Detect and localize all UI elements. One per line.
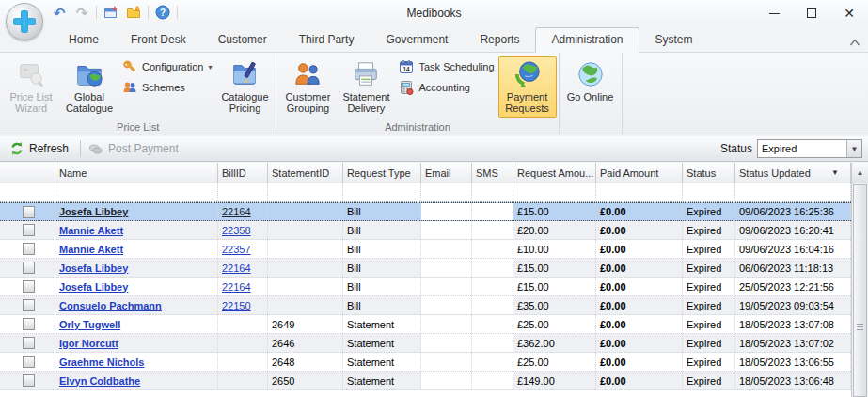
column-header-statement-id[interactable]: StatementID <box>268 163 343 183</box>
payment-requests-button[interactable]: Payment Requests <box>498 56 557 118</box>
bill-id-link[interactable]: 22150 <box>222 300 251 311</box>
customer-name-link[interactable]: Josefa Libbey <box>59 206 128 217</box>
column-header-status-updated[interactable]: Status Updated▼ <box>735 163 851 183</box>
filter-cell-bill-id[interactable] <box>218 183 268 201</box>
table-row[interactable]: Orly Tugwell2649Statement£25.00£0.00Expi… <box>0 315 868 334</box>
tab-reports[interactable]: Reports <box>464 27 535 53</box>
row-checkbox[interactable] <box>23 206 35 218</box>
filter-cell-sms[interactable] <box>472 183 513 201</box>
column-header-sms[interactable]: SMS <box>472 163 513 183</box>
bill-id-link[interactable]: 22164 <box>222 281 251 293</box>
row-checkbox[interactable] <box>23 318 35 330</box>
application-menu-button[interactable] <box>6 3 43 40</box>
column-header-bill-id[interactable]: BillID <box>218 163 268 183</box>
scroll-up-icon[interactable]: ▲ <box>852 163 868 183</box>
row-checkbox[interactable] <box>23 337 35 349</box>
tab-administration[interactable]: Administration <box>535 27 639 53</box>
post-payment-button[interactable]: Post Payment <box>85 138 186 159</box>
table-row[interactable]: Mannie Akett22358Bill£20.00£0.00Expired0… <box>0 221 868 240</box>
bill-id-link[interactable]: 22164 <box>222 262 251 274</box>
column-header-check[interactable] <box>0 163 55 183</box>
filter-cell-status[interactable] <box>683 183 735 201</box>
table-row[interactable]: Igor Norcutt2646Statement£362.00£0.00Exp… <box>0 334 868 353</box>
filter-cell-name[interactable] <box>55 183 218 201</box>
cell-status-updated: 25/05/2023 12:21:56 <box>735 278 851 295</box>
cell-value: £0.00 <box>600 206 626 217</box>
catalogue-pricing-button[interactable]: Catalogue Pricing <box>215 56 274 118</box>
column-header-status[interactable]: Status <box>683 163 735 183</box>
column-header-name[interactable]: Name <box>55 163 218 183</box>
row-checkbox[interactable] <box>23 356 35 368</box>
filter-cell-check[interactable] <box>0 183 55 201</box>
table-row[interactable]: Mannie Akett22357Bill£10.00£0.00Expired0… <box>0 240 868 259</box>
column-header-email[interactable]: Email <box>421 163 472 183</box>
table-row[interactable]: Graehme Nichols2648Statement£25.00£0.00E… <box>0 353 868 372</box>
customer-grouping-button[interactable]: Customer Grouping <box>278 56 337 118</box>
column-header-paid-amount[interactable]: Paid Amount <box>596 163 683 183</box>
tab-home[interactable]: Home <box>53 27 115 53</box>
bill-id-link[interactable]: 22357 <box>222 244 251 255</box>
table-row[interactable]: Elvyn Coldbathe2650Statement£149.00£0.00… <box>0 372 868 390</box>
table-row[interactable]: Josefa Libbey22164Bill£15.00£0.00Expired… <box>0 259 868 278</box>
filter-cell-request-amount[interactable] <box>513 183 596 201</box>
schemes-button[interactable]: Schemes <box>122 80 212 95</box>
configuration-button[interactable]: Configuration▾ <box>122 59 212 74</box>
customer-name-link[interactable]: Josefa Libbey <box>59 281 128 293</box>
close-button[interactable]: ✕ <box>830 0 868 26</box>
tab-system[interactable]: System <box>639 27 709 53</box>
minimize-button[interactable] <box>755 0 793 26</box>
chevron-down-icon[interactable]: ▼ <box>846 140 861 157</box>
row-checkbox[interactable] <box>23 280 35 293</box>
customer-name-link[interactable]: Orly Tugwell <box>59 319 120 330</box>
payment-globe-icon <box>513 60 542 88</box>
row-checkbox[interactable] <box>23 299 35 311</box>
status-filter-combobox[interactable]: Expired ▼ <box>757 139 862 158</box>
tab-front-desk[interactable]: Front Desk <box>115 27 202 53</box>
customer-name-link[interactable]: Igor Norcutt <box>59 338 118 349</box>
statement-delivery-button[interactable]: Statement Delivery <box>337 56 395 118</box>
column-header-request-type[interactable]: Request Type <box>343 163 421 183</box>
filter-cell-paid-amount[interactable] <box>596 183 683 201</box>
table-row[interactable]: Consuelo Pachmann22150Bill£35.00£0.00Exp… <box>0 296 868 315</box>
cell-statement-id <box>268 240 343 258</box>
scrollbar-thumb[interactable] <box>853 184 867 397</box>
cell-value: £25.00 <box>517 319 549 330</box>
calendar-icon: 14 <box>399 59 414 74</box>
customer-name-link[interactable]: Consuelo Pachmann <box>59 300 162 311</box>
bill-id-link[interactable]: 22164 <box>222 206 251 217</box>
global-catalogue-button[interactable]: Global Catalogue <box>60 56 118 118</box>
customer-name-link[interactable]: Elvyn Coldbathe <box>59 375 140 387</box>
grid-filter-row[interactable] <box>0 183 868 202</box>
refresh-button[interactable]: Refresh <box>6 138 76 159</box>
bill-id-link[interactable]: 22358 <box>222 225 251 236</box>
collapse-ribbon-icon[interactable] <box>849 37 860 48</box>
table-row[interactable]: Josefa Libbey22164Bill£15.00£0.00Expired… <box>0 278 868 296</box>
cell-value: Statement <box>347 319 394 330</box>
filter-cell-statement-id[interactable] <box>268 183 343 201</box>
customer-name-link[interactable]: Mannie Akett <box>59 225 123 236</box>
cell-request-amount: £35.00 <box>513 296 596 314</box>
row-checkbox[interactable] <box>23 224 35 236</box>
cell-status: Expired <box>683 296 735 314</box>
filter-cell-request-type[interactable] <box>343 183 421 201</box>
tab-customer[interactable]: Customer <box>202 27 283 53</box>
column-header-request-amount[interactable]: Request Amou... <box>513 163 596 183</box>
row-checkbox[interactable] <box>23 262 35 274</box>
customer-name-link[interactable]: Graehme Nichols <box>59 357 144 368</box>
row-checkbox[interactable] <box>23 374 35 387</box>
vertical-scrollbar[interactable]: ▲ <box>851 163 868 397</box>
table-row[interactable]: Josefa Libbey22164Bill£15.00£0.00Expired… <box>0 202 868 221</box>
tab-third-party[interactable]: Third Party <box>283 27 371 53</box>
filter-cell-email[interactable] <box>421 183 472 201</box>
task-scheduling-button[interactable]: 14Task Scheduling <box>399 59 494 74</box>
tab-government[interactable]: Government <box>370 27 464 53</box>
cell-sms <box>472 240 513 258</box>
price-list-wizard-button[interactable]: Price List Wizard <box>2 56 60 118</box>
go-online-button[interactable]: Go Online <box>561 56 620 106</box>
customer-name-link[interactable]: Josefa Libbey <box>59 262 128 274</box>
maximize-button[interactable] <box>793 0 830 26</box>
row-checkbox[interactable] <box>23 243 35 255</box>
customer-name-link[interactable]: Mannie Akett <box>59 244 123 255</box>
accounting-button[interactable]: Accounting <box>399 80 494 95</box>
filter-cell-status-updated[interactable] <box>735 183 851 201</box>
